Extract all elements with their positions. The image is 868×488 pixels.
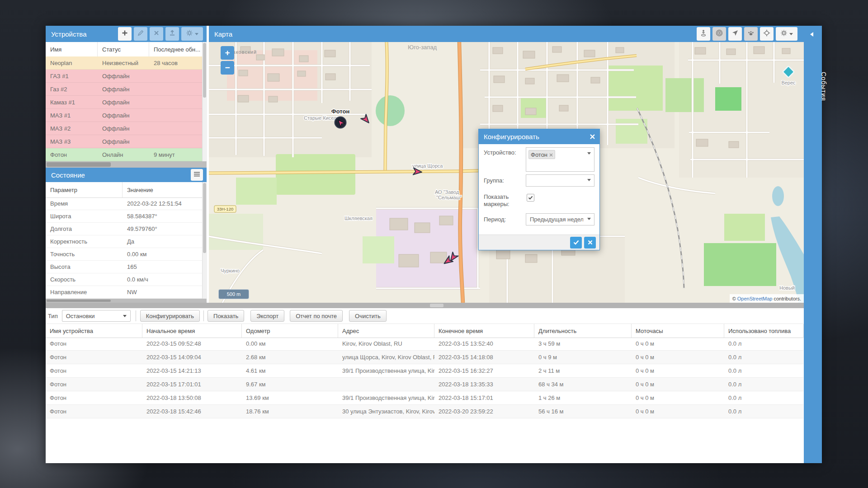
devices-panel-header: Устройства <box>46 26 207 42</box>
device-row[interactable]: МАЗ #3Оффлайн <box>46 135 202 148</box>
dialog-confirm-button[interactable] <box>570 237 582 249</box>
state-vertical-scrollbar[interactable] <box>202 182 207 299</box>
report-row[interactable]: Фотон2022-03-18 13:50:0813.69 км39/1 Про… <box>46 391 803 405</box>
state-table-body: Время2022-03-22 12:51:54 Широта58.584387… <box>46 197 202 299</box>
group-select[interactable] <box>526 174 594 187</box>
state-col-value[interactable]: Значение <box>123 182 202 197</box>
report-type-select[interactable]: Остановки <box>62 310 131 322</box>
dialog-header[interactable]: Конфигурировать <box>479 129 599 144</box>
chevron-down-icon[interactable] <box>587 218 591 220</box>
remove-tag-icon[interactable] <box>549 151 553 158</box>
report-row[interactable]: Фотон2022-03-15 14:21:134.61 км39/1 Прои… <box>46 364 803 378</box>
devices-settings-button[interactable] <box>181 27 203 41</box>
device-row[interactable]: ГАЗ #1Оффлайн <box>46 70 202 83</box>
device-multiselect[interactable]: Фотон <box>526 147 594 172</box>
show-markers-checkbox[interactable] <box>527 194 534 202</box>
map-panel-header: Карта <box>209 26 804 42</box>
cell: 0.0 л <box>724 351 804 364</box>
device-row[interactable]: ФотонОнлайн9 минут <box>46 148 202 161</box>
upload-icon <box>169 29 176 38</box>
devices-col-status[interactable]: Статус <box>98 42 149 56</box>
dialog-close-button[interactable] <box>590 134 595 140</box>
device-row[interactable]: Камаз #1Оффлайн <box>46 96 202 109</box>
device-row[interactable]: Газ #2Оффлайн <box>46 83 202 96</box>
cell: 0 ч 0 м <box>632 337 724 350</box>
state-row[interactable]: Долгота49.579760° <box>46 223 202 235</box>
openstreetmap-link[interactable]: OpenStreetMap <box>737 296 773 301</box>
events-panel-tab[interactable]: События <box>804 26 822 463</box>
devices-col-name[interactable]: Имя <box>46 42 98 56</box>
device-lastupdate <box>149 70 202 83</box>
col-odometer[interactable]: Одометр <box>242 324 338 338</box>
check-icon <box>573 240 579 245</box>
state-row[interactable]: Точность0.00 км <box>46 248 202 261</box>
device-tag: Фотон <box>528 150 555 159</box>
devices-vertical-scrollbar[interactable] <box>202 42 207 161</box>
state-row[interactable]: Широта58.584387° <box>46 210 202 223</box>
poi-label: Верес <box>781 80 796 85</box>
chevron-down-icon <box>123 315 127 317</box>
map-settings-button[interactable] <box>776 27 797 41</box>
state-row[interactable]: Время2022-03-22 12:51:54 <box>46 197 202 210</box>
cell: 2022-03-15 14:21:13 <box>142 364 242 377</box>
state-table-header: Параметр Значение <box>46 182 202 198</box>
edit-device-button[interactable] <box>134 27 147 41</box>
dialog-cancel-button[interactable] <box>584 237 596 249</box>
col-address[interactable]: Адрес <box>338 324 434 338</box>
col-engine-hours[interactable]: Моточасы <box>632 324 724 338</box>
devices-horizontal-scrollbar[interactable] <box>46 161 207 168</box>
col-duration[interactable]: Длительность <box>534 324 632 338</box>
report-configure-button[interactable]: Конфигурировать <box>140 310 200 322</box>
delete-device-button[interactable] <box>150 27 163 41</box>
add-device-button[interactable] <box>118 27 132 41</box>
report-email-button[interactable]: Отчет по почте <box>290 310 343 322</box>
period-select[interactable]: Предыдущая неделя <box>526 213 594 225</box>
cell: 2022-03-18 15:17:01 <box>434 391 534 404</box>
report-show-button[interactable]: Показать <box>208 310 244 322</box>
state-row[interactable]: Скорость0.0 км/ч <box>46 273 202 286</box>
device-marker[interactable] <box>335 117 346 128</box>
device-row[interactable]: МАЗ #2Оффлайн <box>46 122 202 135</box>
col-start-time[interactable]: Начальное время <box>142 324 242 338</box>
show-markers-label: Показать <box>484 193 509 200</box>
col-end-time[interactable]: Конечное время <box>434 324 534 338</box>
district-label: Юго-запад <box>408 44 437 51</box>
reports-table-body: Фотон2022-03-15 09:52:480.00 кмKirov, Ki… <box>46 337 803 418</box>
zoom-out-button[interactable]: − <box>221 61 234 75</box>
state-menu-button[interactable] <box>191 169 203 181</box>
report-row[interactable]: Фотон2022-03-15 14:09:042.68 кмулица Щор… <box>46 351 803 364</box>
device-row[interactable]: МАЗ #1Оффлайн <box>46 109 202 122</box>
chevron-down-icon[interactable] <box>587 152 591 155</box>
state-row[interactable]: НаправлениеNW <box>46 286 202 299</box>
state-col-param[interactable]: Параметр <box>46 182 123 197</box>
group-field-label: Группа: <box>484 177 504 184</box>
device-row[interactable]: NeoplanНеизвестный28 часов <box>46 56 202 70</box>
cell: 4.61 км <box>242 364 338 377</box>
report-export-button[interactable]: Экспорт <box>250 310 284 322</box>
upload-device-button[interactable] <box>165 27 179 41</box>
device-status: Оффлайн <box>98 122 149 135</box>
cell: Kirov, Kirov Oblast, RU <box>338 337 434 350</box>
report-row[interactable]: Фотон2022-03-15 17:01:019.67 км2022-03-1… <box>46 378 803 391</box>
device-lastupdate: 28 часов <box>149 56 202 70</box>
col-device-name[interactable]: Имя устройства <box>46 324 142 338</box>
report-clear-button[interactable]: Очистить <box>349 310 387 322</box>
plus-icon <box>121 29 128 38</box>
splitter-handle[interactable] <box>430 304 443 307</box>
col-spent-fuel[interactable]: Использовано топлива <box>724 324 804 338</box>
cell: 68 ч 34 м <box>534 378 632 391</box>
chevron-down-icon[interactable] <box>587 179 591 181</box>
devices-col-lastupdate[interactable]: Последнее обн... <box>149 42 202 56</box>
report-row[interactable]: Фотон2022-03-15 09:52:480.00 кмKirov, Ki… <box>46 337 803 351</box>
follow-device-button[interactable] <box>728 27 742 41</box>
horizontal-splitter[interactable] <box>46 303 804 308</box>
state-horizontal-scrollbar[interactable] <box>46 299 207 303</box>
center-target-button[interactable] <box>760 27 774 41</box>
animal-markers-button[interactable] <box>744 27 758 41</box>
zoom-in-button[interactable]: + <box>221 46 234 60</box>
geofences-toggle-button[interactable] <box>712 27 726 41</box>
report-row[interactable]: Фотон2022-03-18 15:42:4618.76 км30 улица… <box>46 405 803 418</box>
state-row[interactable]: Высота165 <box>46 261 202 273</box>
state-row[interactable]: КорректностьДа <box>46 235 202 248</box>
current-location-button[interactable] <box>697 27 710 41</box>
